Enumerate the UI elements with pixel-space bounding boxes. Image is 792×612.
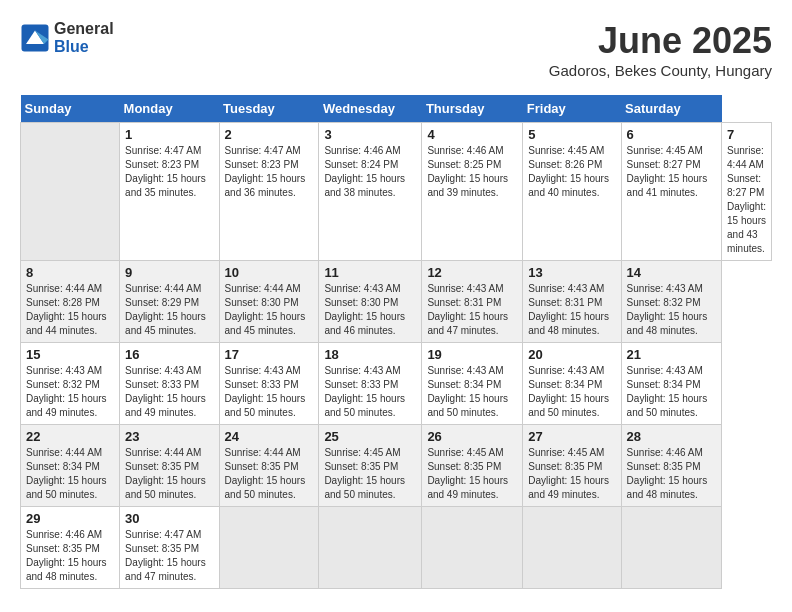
- day-info: Sunrise: 4:43 AM Sunset: 8:32 PM Dayligh…: [627, 282, 716, 338]
- day-number: 4: [427, 127, 517, 142]
- day-info: Sunrise: 4:45 AM Sunset: 8:35 PM Dayligh…: [427, 446, 517, 502]
- calendar-cell: 12Sunrise: 4:43 AM Sunset: 8:31 PM Dayli…: [422, 261, 523, 343]
- calendar-cell: 19Sunrise: 4:43 AM Sunset: 8:34 PM Dayli…: [422, 343, 523, 425]
- day-info: Sunrise: 4:44 AM Sunset: 8:35 PM Dayligh…: [225, 446, 314, 502]
- day-info: Sunrise: 4:45 AM Sunset: 8:35 PM Dayligh…: [324, 446, 416, 502]
- calendar-cell: 29Sunrise: 4:46 AM Sunset: 8:35 PM Dayli…: [21, 507, 120, 589]
- day-number: 7: [727, 127, 766, 142]
- calendar-cell: 15Sunrise: 4:43 AM Sunset: 8:32 PM Dayli…: [21, 343, 120, 425]
- calendar-week-row: 1Sunrise: 4:47 AM Sunset: 8:23 PM Daylig…: [21, 123, 772, 261]
- calendar-cell: 5Sunrise: 4:45 AM Sunset: 8:26 PM Daylig…: [523, 123, 621, 261]
- calendar-week-row: 29Sunrise: 4:46 AM Sunset: 8:35 PM Dayli…: [21, 507, 772, 589]
- day-info: Sunrise: 4:44 AM Sunset: 8:29 PM Dayligh…: [125, 282, 213, 338]
- day-number: 18: [324, 347, 416, 362]
- day-number: 14: [627, 265, 716, 280]
- day-info: Sunrise: 4:43 AM Sunset: 8:34 PM Dayligh…: [528, 364, 615, 420]
- calendar-cell: 13Sunrise: 4:43 AM Sunset: 8:31 PM Dayli…: [523, 261, 621, 343]
- calendar-cell: 16Sunrise: 4:43 AM Sunset: 8:33 PM Dayli…: [120, 343, 219, 425]
- calendar-title: June 2025: [549, 20, 772, 62]
- day-info: Sunrise: 4:43 AM Sunset: 8:32 PM Dayligh…: [26, 364, 114, 420]
- header-sunday: Sunday: [21, 95, 120, 123]
- calendar-cell: [621, 507, 721, 589]
- day-info: Sunrise: 4:43 AM Sunset: 8:34 PM Dayligh…: [627, 364, 716, 420]
- day-number: 28: [627, 429, 716, 444]
- calendar-week-row: 22Sunrise: 4:44 AM Sunset: 8:34 PM Dayli…: [21, 425, 772, 507]
- calendar-cell: [21, 123, 120, 261]
- day-info: Sunrise: 4:43 AM Sunset: 8:30 PM Dayligh…: [324, 282, 416, 338]
- logo-icon: [20, 23, 50, 53]
- day-info: Sunrise: 4:43 AM Sunset: 8:31 PM Dayligh…: [427, 282, 517, 338]
- calendar-cell: [219, 507, 319, 589]
- day-number: 20: [528, 347, 615, 362]
- day-info: Sunrise: 4:43 AM Sunset: 8:33 PM Dayligh…: [125, 364, 213, 420]
- calendar-cell: 27Sunrise: 4:45 AM Sunset: 8:35 PM Dayli…: [523, 425, 621, 507]
- day-info: Sunrise: 4:45 AM Sunset: 8:26 PM Dayligh…: [528, 144, 615, 200]
- calendar-cell: [422, 507, 523, 589]
- header-wednesday: Wednesday: [319, 95, 422, 123]
- calendar-cell: 30Sunrise: 4:47 AM Sunset: 8:35 PM Dayli…: [120, 507, 219, 589]
- calendar-cell: 11Sunrise: 4:43 AM Sunset: 8:30 PM Dayli…: [319, 261, 422, 343]
- page-header: General Blue June 2025 Gadoros, Bekes Co…: [20, 20, 772, 79]
- day-info: Sunrise: 4:46 AM Sunset: 8:35 PM Dayligh…: [627, 446, 716, 502]
- calendar-cell: 8Sunrise: 4:44 AM Sunset: 8:28 PM Daylig…: [21, 261, 120, 343]
- day-info: Sunrise: 4:43 AM Sunset: 8:31 PM Dayligh…: [528, 282, 615, 338]
- day-info: Sunrise: 4:47 AM Sunset: 8:35 PM Dayligh…: [125, 528, 213, 584]
- day-number: 9: [125, 265, 213, 280]
- calendar-cell: 20Sunrise: 4:43 AM Sunset: 8:34 PM Dayli…: [523, 343, 621, 425]
- day-number: 1: [125, 127, 213, 142]
- title-section: June 2025 Gadoros, Bekes County, Hungary: [549, 20, 772, 79]
- calendar-cell: 26Sunrise: 4:45 AM Sunset: 8:35 PM Dayli…: [422, 425, 523, 507]
- day-info: Sunrise: 4:44 AM Sunset: 8:28 PM Dayligh…: [26, 282, 114, 338]
- calendar-cell: 4Sunrise: 4:46 AM Sunset: 8:25 PM Daylig…: [422, 123, 523, 261]
- day-number: 5: [528, 127, 615, 142]
- day-number: 23: [125, 429, 213, 444]
- calendar-cell: 17Sunrise: 4:43 AM Sunset: 8:33 PM Dayli…: [219, 343, 319, 425]
- logo-blue: Blue: [54, 38, 114, 56]
- day-info: Sunrise: 4:43 AM Sunset: 8:33 PM Dayligh…: [225, 364, 314, 420]
- header-monday: Monday: [120, 95, 219, 123]
- day-number: 27: [528, 429, 615, 444]
- day-info: Sunrise: 4:43 AM Sunset: 8:33 PM Dayligh…: [324, 364, 416, 420]
- calendar-cell: 14Sunrise: 4:43 AM Sunset: 8:32 PM Dayli…: [621, 261, 721, 343]
- calendar-cell: 21Sunrise: 4:43 AM Sunset: 8:34 PM Dayli…: [621, 343, 721, 425]
- day-info: Sunrise: 4:44 AM Sunset: 8:27 PM Dayligh…: [727, 144, 766, 256]
- day-info: Sunrise: 4:44 AM Sunset: 8:35 PM Dayligh…: [125, 446, 213, 502]
- calendar-table: SundayMondayTuesdayWednesdayThursdayFrid…: [20, 95, 772, 589]
- calendar-cell: 25Sunrise: 4:45 AM Sunset: 8:35 PM Dayli…: [319, 425, 422, 507]
- day-number: 19: [427, 347, 517, 362]
- calendar-header-row: SundayMondayTuesdayWednesdayThursdayFrid…: [21, 95, 772, 123]
- day-number: 11: [324, 265, 416, 280]
- day-number: 8: [26, 265, 114, 280]
- day-number: 30: [125, 511, 213, 526]
- calendar-cell: 10Sunrise: 4:44 AM Sunset: 8:30 PM Dayli…: [219, 261, 319, 343]
- calendar-cell: [319, 507, 422, 589]
- calendar-week-row: 8Sunrise: 4:44 AM Sunset: 8:28 PM Daylig…: [21, 261, 772, 343]
- calendar-cell: 24Sunrise: 4:44 AM Sunset: 8:35 PM Dayli…: [219, 425, 319, 507]
- calendar-cell: 3Sunrise: 4:46 AM Sunset: 8:24 PM Daylig…: [319, 123, 422, 261]
- calendar-cell: 23Sunrise: 4:44 AM Sunset: 8:35 PM Dayli…: [120, 425, 219, 507]
- day-number: 2: [225, 127, 314, 142]
- day-number: 17: [225, 347, 314, 362]
- day-number: 24: [225, 429, 314, 444]
- header-saturday: Saturday: [621, 95, 721, 123]
- day-info: Sunrise: 4:46 AM Sunset: 8:24 PM Dayligh…: [324, 144, 416, 200]
- calendar-cell: 1Sunrise: 4:47 AM Sunset: 8:23 PM Daylig…: [120, 123, 219, 261]
- logo: General Blue: [20, 20, 114, 55]
- day-number: 13: [528, 265, 615, 280]
- day-number: 10: [225, 265, 314, 280]
- header-friday: Friday: [523, 95, 621, 123]
- calendar-cell: 28Sunrise: 4:46 AM Sunset: 8:35 PM Dayli…: [621, 425, 721, 507]
- day-number: 29: [26, 511, 114, 526]
- day-number: 3: [324, 127, 416, 142]
- logo-text: General Blue: [54, 20, 114, 55]
- calendar-cell: [523, 507, 621, 589]
- day-number: 15: [26, 347, 114, 362]
- day-number: 12: [427, 265, 517, 280]
- day-info: Sunrise: 4:45 AM Sunset: 8:35 PM Dayligh…: [528, 446, 615, 502]
- day-info: Sunrise: 4:46 AM Sunset: 8:35 PM Dayligh…: [26, 528, 114, 584]
- day-info: Sunrise: 4:46 AM Sunset: 8:25 PM Dayligh…: [427, 144, 517, 200]
- day-number: 21: [627, 347, 716, 362]
- logo-general: General: [54, 20, 114, 38]
- day-number: 25: [324, 429, 416, 444]
- calendar-week-row: 15Sunrise: 4:43 AM Sunset: 8:32 PM Dayli…: [21, 343, 772, 425]
